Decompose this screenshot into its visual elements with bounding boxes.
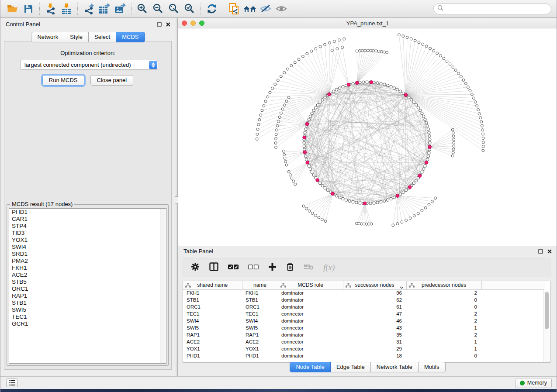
network-node[interactable] (390, 85, 392, 88)
network-node[interactable] (425, 121, 428, 124)
network-node[interactable] (274, 138, 277, 140)
network-node[interactable] (370, 223, 373, 225)
cell-shared-name[interactable]: STB1 (183, 296, 242, 303)
network-node[interactable] (452, 148, 455, 151)
network-node[interactable] (305, 122, 309, 126)
network-node[interactable] (303, 151, 307, 154)
network-node[interactable] (452, 151, 454, 154)
network-node[interactable] (413, 214, 415, 217)
network-node[interactable] (298, 58, 300, 61)
table-row[interactable]: PHD1PHD1dominator180 (183, 352, 544, 359)
table-row[interactable]: SWI4SWI4dominator462 (183, 317, 544, 324)
cell-name[interactable]: RAP1 (242, 331, 278, 338)
network-node[interactable] (482, 137, 484, 140)
network-node[interactable] (421, 171, 423, 173)
network-node[interactable] (452, 66, 454, 69)
network-node[interactable] (355, 201, 358, 204)
mcds-result-item[interactable]: GCR1 (9, 320, 166, 327)
network-node[interactable] (417, 106, 419, 109)
network-node[interactable] (287, 170, 290, 173)
table-row[interactable]: STB1STB1dominator620 (183, 296, 544, 303)
import-table-icon[interactable] (59, 2, 74, 16)
minimize-window-icon[interactable] (190, 21, 196, 26)
network-node[interactable] (303, 141, 305, 144)
network-node[interactable] (318, 182, 321, 184)
network-node[interactable] (281, 108, 284, 110)
float-panel-icon[interactable] (538, 248, 543, 255)
zoom-selected-icon[interactable] (182, 2, 197, 16)
network-node[interactable] (480, 120, 483, 123)
optimization-criterion-select[interactable]: largest connected component (undirected) (20, 60, 158, 70)
network-node[interactable] (428, 203, 430, 206)
network-node[interactable] (482, 145, 484, 148)
network-node[interactable] (318, 101, 321, 103)
network-canvas[interactable] (178, 28, 557, 246)
network-node[interactable] (356, 222, 358, 225)
network-node[interactable] (481, 124, 483, 127)
network-node[interactable] (402, 35, 405, 38)
cell-shared-name[interactable]: ACE2 (183, 338, 242, 345)
network-node[interactable] (308, 118, 310, 121)
network-node[interactable] (345, 199, 347, 201)
network-node[interactable] (331, 192, 335, 196)
table-row[interactable]: TEC1TEC1connector472 (183, 310, 544, 317)
table-scrollbar[interactable] (543, 290, 550, 362)
network-node[interactable] (402, 191, 405, 193)
column-header-predecessor-nodes[interactable]: predecessor nodes (406, 281, 481, 289)
network-window-titlebar[interactable]: YPA_prune.txt_1 (178, 18, 557, 28)
network-node[interactable] (436, 52, 439, 55)
network-node[interactable] (319, 45, 322, 48)
duplicate-network-icon[interactable] (226, 2, 242, 16)
close-panel-icon[interactable] (547, 248, 552, 255)
network-node[interactable] (427, 128, 429, 131)
network-node[interactable] (370, 81, 373, 84)
network-node[interactable] (393, 87, 395, 89)
network-node[interactable] (274, 142, 277, 144)
network-node[interactable] (336, 48, 339, 50)
cell-successor-nodes[interactable]: 31 (343, 338, 406, 345)
network-node[interactable] (482, 149, 484, 152)
mcds-result-list[interactable]: PHD1CAR1STP4TID3YOX1SWI4SRD1PMA2FKH1ACE2… (9, 208, 166, 364)
network-node[interactable] (304, 155, 307, 158)
network-node[interactable] (365, 223, 368, 225)
network-node[interactable] (452, 135, 455, 138)
network-node[interactable] (358, 223, 360, 225)
network-node[interactable] (361, 49, 364, 52)
network-node[interactable] (415, 103, 417, 106)
table-row[interactable]: ORC1ORC1dominator610 (183, 303, 544, 310)
cell-shared-name[interactable]: RAP1 (183, 331, 242, 338)
network-node[interactable] (303, 136, 306, 139)
network-node[interactable] (263, 104, 265, 107)
network-node[interactable] (352, 200, 354, 203)
network-node[interactable] (479, 117, 482, 119)
cell-name[interactable]: SWI5 (242, 324, 278, 331)
network-node[interactable] (304, 128, 307, 131)
select-all-rows-icon[interactable] (228, 264, 239, 272)
network-node[interactable] (331, 49, 333, 52)
network-node[interactable] (462, 79, 465, 81)
network-node[interactable] (426, 124, 429, 127)
network-node[interactable] (421, 112, 423, 115)
network-node[interactable] (328, 93, 331, 96)
cell-name[interactable]: YOX1 (242, 345, 278, 352)
network-node[interactable] (427, 155, 429, 158)
network-node[interactable] (306, 161, 309, 165)
network-node[interactable] (429, 138, 431, 141)
open-file-icon[interactable] (5, 2, 21, 16)
cell-name[interactable]: SWI4 (242, 317, 278, 324)
cell-predecessor-nodes[interactable]: 1 (406, 324, 481, 331)
network-node[interactable] (419, 109, 422, 112)
network-node[interactable] (369, 49, 372, 52)
network-node[interactable] (315, 48, 317, 50)
hide-selected-icon[interactable] (258, 2, 273, 16)
network-node[interactable] (256, 138, 258, 141)
cell-mcds-role[interactable]: dominator (278, 317, 343, 324)
network-node[interactable] (451, 128, 454, 131)
network-node[interactable] (287, 68, 289, 70)
table-scroll-thumb[interactable] (545, 292, 549, 329)
network-node[interactable] (328, 41, 331, 44)
network-node[interactable] (266, 96, 269, 98)
zoom-fit-icon[interactable] (166, 2, 182, 16)
cell-successor-nodes[interactable]: 35 (343, 331, 406, 338)
network-node[interactable] (321, 218, 323, 221)
